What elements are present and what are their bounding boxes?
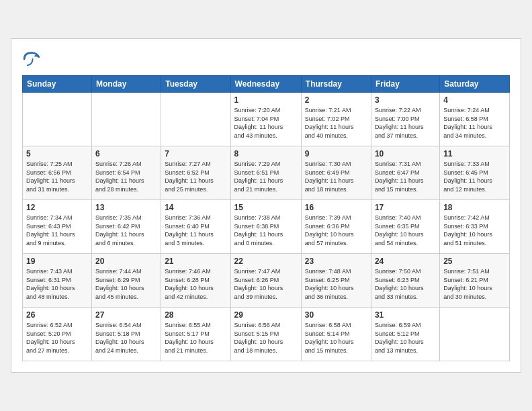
day-number: 19	[26, 257, 88, 266]
day-info: Sunrise: 7:36 AM Sunset: 6:40 PM Dayligh…	[165, 214, 226, 247]
day-info: Sunrise: 7:31 AM Sunset: 6:47 PM Dayligh…	[375, 160, 436, 193]
calendar-cell	[92, 93, 161, 146]
calendar-cell	[23, 93, 92, 146]
day-number: 1	[234, 95, 298, 105]
calendar-cell: 30Sunrise: 6:58 AM Sunset: 5:14 PM Dayli…	[301, 308, 371, 361]
day-number: 5	[26, 149, 88, 158]
day-info: Sunrise: 7:35 AM Sunset: 6:42 PM Dayligh…	[95, 214, 157, 247]
calendar-cell: 14Sunrise: 7:36 AM Sunset: 6:40 PM Dayli…	[161, 200, 230, 254]
calendar-cell: 4Sunrise: 7:24 AM Sunset: 6:58 PM Daylig…	[440, 93, 510, 146]
week-row-1: 1Sunrise: 7:20 AM Sunset: 7:04 PM Daylig…	[23, 93, 510, 146]
calendar-cell: 31Sunrise: 6:59 AM Sunset: 5:12 PM Dayli…	[371, 308, 439, 361]
calendar-grid: SundayMondayTuesdayWednesdayThursdayFrid…	[22, 75, 510, 361]
calendar-cell: 20Sunrise: 7:44 AM Sunset: 6:29 PM Dayli…	[92, 254, 161, 308]
day-number: 14	[165, 203, 226, 212]
day-info: Sunrise: 6:55 AM Sunset: 5:17 PM Dayligh…	[165, 321, 226, 355]
day-number: 25	[443, 257, 506, 266]
week-row-4: 19Sunrise: 7:43 AM Sunset: 6:31 PM Dayli…	[23, 254, 510, 308]
day-info: Sunrise: 7:24 AM Sunset: 6:58 PM Dayligh…	[443, 106, 506, 140]
day-number: 18	[443, 203, 506, 212]
day-info: Sunrise: 7:25 AM Sunset: 6:56 PM Dayligh…	[26, 160, 88, 193]
calendar-cell: 24Sunrise: 7:50 AM Sunset: 6:23 PM Dayli…	[371, 254, 439, 308]
day-number: 26	[26, 310, 88, 320]
weekday-header-sunday: Sunday	[23, 76, 92, 93]
day-number: 4	[443, 95, 506, 105]
day-info: Sunrise: 7:34 AM Sunset: 6:43 PM Dayligh…	[26, 214, 88, 247]
calendar-cell: 15Sunrise: 7:38 AM Sunset: 6:38 PM Dayli…	[230, 200, 301, 254]
day-info: Sunrise: 7:43 AM Sunset: 6:31 PM Dayligh…	[26, 267, 88, 301]
weekday-header-tuesday: Tuesday	[161, 76, 230, 93]
day-info: Sunrise: 6:58 AM Sunset: 5:14 PM Dayligh…	[305, 321, 367, 355]
day-info: Sunrise: 7:27 AM Sunset: 6:52 PM Dayligh…	[165, 160, 226, 193]
day-info: Sunrise: 6:54 AM Sunset: 5:18 PM Dayligh…	[95, 321, 157, 355]
day-number: 11	[443, 149, 506, 158]
day-info: Sunrise: 7:40 AM Sunset: 6:35 PM Dayligh…	[375, 214, 436, 247]
calendar-cell: 29Sunrise: 6:56 AM Sunset: 5:15 PM Dayli…	[230, 308, 301, 361]
day-number: 6	[95, 149, 157, 158]
calendar-cell: 16Sunrise: 7:39 AM Sunset: 6:36 PM Dayli…	[301, 200, 371, 254]
calendar-container: SundayMondayTuesdayWednesdayThursdayFrid…	[11, 38, 521, 373]
calendar-cell: 17Sunrise: 7:40 AM Sunset: 6:35 PM Dayli…	[371, 200, 439, 254]
day-number: 24	[375, 257, 436, 266]
calendar-cell: 18Sunrise: 7:42 AM Sunset: 6:33 PM Dayli…	[440, 200, 510, 254]
calendar-cell: 7Sunrise: 7:27 AM Sunset: 6:52 PM Daylig…	[161, 146, 230, 200]
weekday-header-thursday: Thursday	[301, 76, 371, 93]
day-number: 8	[234, 149, 298, 158]
day-info: Sunrise: 7:22 AM Sunset: 7:00 PM Dayligh…	[375, 106, 436, 140]
day-info: Sunrise: 7:29 AM Sunset: 6:51 PM Dayligh…	[234, 160, 298, 193]
weekday-header-wednesday: Wednesday	[230, 76, 301, 93]
week-row-3: 12Sunrise: 7:34 AM Sunset: 6:43 PM Dayli…	[23, 200, 510, 254]
logo	[22, 50, 44, 68]
day-info: Sunrise: 7:46 AM Sunset: 6:28 PM Dayligh…	[165, 267, 226, 301]
day-info: Sunrise: 7:44 AM Sunset: 6:29 PM Dayligh…	[95, 267, 157, 301]
day-info: Sunrise: 7:21 AM Sunset: 7:02 PM Dayligh…	[305, 106, 367, 140]
calendar-cell: 27Sunrise: 6:54 AM Sunset: 5:18 PM Dayli…	[92, 308, 161, 361]
day-number: 30	[305, 310, 367, 320]
header-area	[22, 50, 510, 68]
calendar-cell: 10Sunrise: 7:31 AM Sunset: 6:47 PM Dayli…	[371, 146, 439, 200]
day-info: Sunrise: 6:59 AM Sunset: 5:12 PM Dayligh…	[375, 321, 436, 355]
day-number: 7	[165, 149, 226, 158]
day-info: Sunrise: 6:52 AM Sunset: 5:20 PM Dayligh…	[26, 321, 88, 355]
weekday-header-row: SundayMondayTuesdayWednesdayThursdayFrid…	[23, 76, 510, 93]
calendar-cell	[440, 308, 510, 361]
logo-icon	[22, 50, 41, 68]
day-number: 3	[375, 95, 436, 105]
calendar-cell: 23Sunrise: 7:48 AM Sunset: 6:25 PM Dayli…	[301, 254, 371, 308]
day-info: Sunrise: 7:51 AM Sunset: 6:21 PM Dayligh…	[443, 267, 506, 301]
day-number: 28	[165, 310, 226, 320]
day-info: Sunrise: 7:20 AM Sunset: 7:04 PM Dayligh…	[234, 106, 298, 140]
calendar-cell: 11Sunrise: 7:33 AM Sunset: 6:45 PM Dayli…	[440, 146, 510, 200]
calendar-cell	[161, 93, 230, 146]
day-number: 16	[305, 203, 367, 212]
day-number: 27	[95, 310, 157, 320]
calendar-cell: 8Sunrise: 7:29 AM Sunset: 6:51 PM Daylig…	[230, 146, 301, 200]
day-info: Sunrise: 7:50 AM Sunset: 6:23 PM Dayligh…	[375, 267, 436, 301]
day-info: Sunrise: 7:26 AM Sunset: 6:54 PM Dayligh…	[95, 160, 157, 193]
calendar-cell: 1Sunrise: 7:20 AM Sunset: 7:04 PM Daylig…	[230, 93, 301, 146]
day-number: 12	[26, 203, 88, 212]
calendar-cell: 21Sunrise: 7:46 AM Sunset: 6:28 PM Dayli…	[161, 254, 230, 308]
weekday-header-friday: Friday	[371, 76, 439, 93]
day-number: 13	[95, 203, 157, 212]
day-info: Sunrise: 7:38 AM Sunset: 6:38 PM Dayligh…	[234, 214, 298, 247]
day-number: 2	[305, 95, 367, 105]
day-info: Sunrise: 6:56 AM Sunset: 5:15 PM Dayligh…	[234, 321, 298, 355]
calendar-cell: 6Sunrise: 7:26 AM Sunset: 6:54 PM Daylig…	[92, 146, 161, 200]
day-info: Sunrise: 7:39 AM Sunset: 6:36 PM Dayligh…	[305, 214, 367, 247]
calendar-cell: 26Sunrise: 6:52 AM Sunset: 5:20 PM Dayli…	[23, 308, 92, 361]
calendar-cell: 12Sunrise: 7:34 AM Sunset: 6:43 PM Dayli…	[23, 200, 92, 254]
calendar-cell: 13Sunrise: 7:35 AM Sunset: 6:42 PM Dayli…	[92, 200, 161, 254]
calendar-cell: 9Sunrise: 7:30 AM Sunset: 6:49 PM Daylig…	[301, 146, 371, 200]
day-info: Sunrise: 7:33 AM Sunset: 6:45 PM Dayligh…	[443, 160, 506, 193]
day-number: 31	[375, 310, 436, 320]
day-number: 17	[375, 203, 436, 212]
day-number: 10	[375, 149, 436, 158]
day-info: Sunrise: 7:48 AM Sunset: 6:25 PM Dayligh…	[305, 267, 367, 301]
day-number: 22	[234, 257, 298, 266]
day-info: Sunrise: 7:47 AM Sunset: 6:26 PM Dayligh…	[234, 267, 298, 301]
day-info: Sunrise: 7:30 AM Sunset: 6:49 PM Dayligh…	[305, 160, 367, 193]
week-row-2: 5Sunrise: 7:25 AM Sunset: 6:56 PM Daylig…	[23, 146, 510, 200]
day-number: 21	[165, 257, 226, 266]
day-number: 15	[234, 203, 298, 212]
